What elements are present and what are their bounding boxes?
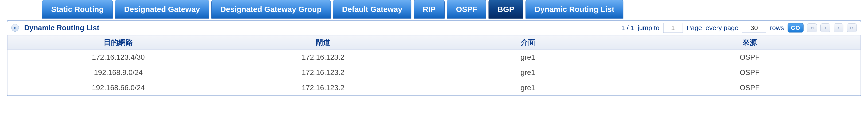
- panel-title: Dynamic Routing List: [24, 24, 99, 32]
- cell-dest: 192.168.9.0/24: [7, 65, 229, 80]
- routing-panel: Dynamic Routing List 1 / 1 jump to Page …: [7, 20, 861, 96]
- pager: 1 / 1 jump to Page every page rows GO: [621, 23, 857, 33]
- every-page-label: every page: [706, 24, 738, 32]
- go-button[interactable]: GO: [787, 23, 804, 33]
- svg-marker-0: [14, 27, 16, 29]
- cell-iface: gre1: [417, 65, 639, 80]
- tab-bar: Static RoutingDesignated GatewayDesignat…: [42, 0, 868, 18]
- cell-iface: gre1: [417, 80, 639, 95]
- cell-gateway: 172.16.123.2: [229, 80, 417, 95]
- tab-dynamic-routing-list[interactable]: Dynamic Routing List: [526, 0, 623, 18]
- next-page-button[interactable]: [834, 24, 843, 32]
- tab-designated-gateway-group[interactable]: Designated Gateway Group: [211, 0, 331, 18]
- tab-static-routing[interactable]: Static Routing: [42, 0, 113, 18]
- svg-marker-2: [812, 27, 813, 29]
- svg-marker-4: [838, 27, 839, 29]
- cell-gateway: 172.16.123.2: [229, 50, 417, 65]
- routing-table: 目的網路 閘道 介面 來源 172.16.123.4/30172.16.123.…: [7, 35, 861, 95]
- col-source: 來源: [639, 35, 861, 50]
- rows-label: rows: [770, 24, 784, 32]
- svg-marker-3: [825, 27, 826, 29]
- cell-iface: gre1: [417, 50, 639, 65]
- first-page-button[interactable]: [807, 24, 817, 32]
- tab-default-gateway[interactable]: Default Gateway: [333, 0, 411, 18]
- tab-bgp[interactable]: BGP: [489, 0, 524, 18]
- table-row: 192.168.9.0/24172.16.123.2gre1OSPF: [7, 65, 861, 80]
- page-count: 1 / 1: [621, 24, 634, 32]
- prev-page-button[interactable]: [820, 24, 830, 32]
- tab-rip[interactable]: RIP: [414, 0, 445, 18]
- table-row: 192.168.66.0/24172.16.123.2gre1OSPF: [7, 80, 861, 95]
- col-gateway: 閘道: [229, 35, 417, 50]
- jump-input[interactable]: [663, 23, 683, 33]
- tab-designated-gateway[interactable]: Designated Gateway: [115, 0, 209, 18]
- cell-source: OSPF: [639, 50, 861, 65]
- table-header-row: 目的網路 閘道 介面 來源: [7, 35, 861, 50]
- svg-marker-1: [811, 27, 812, 29]
- jump-label: jump to: [638, 24, 659, 32]
- cell-dest: 172.16.123.4/30: [7, 50, 229, 65]
- panel-header: Dynamic Routing List 1 / 1 jump to Page …: [7, 20, 861, 35]
- table-row: 172.16.123.4/30172.16.123.2gre1OSPF: [7, 50, 861, 65]
- page-label: Page: [687, 24, 702, 32]
- expand-icon[interactable]: [11, 24, 19, 32]
- col-dest: 目的網路: [7, 35, 229, 50]
- rows-input[interactable]: [742, 23, 766, 33]
- last-page-button[interactable]: [847, 24, 857, 32]
- cell-gateway: 172.16.123.2: [229, 65, 417, 80]
- col-iface: 介面: [417, 35, 639, 50]
- cell-dest: 192.168.66.0/24: [7, 80, 229, 95]
- svg-marker-6: [852, 27, 853, 29]
- cell-source: OSPF: [639, 80, 861, 95]
- tab-ospf[interactable]: OSPF: [447, 0, 486, 18]
- cell-source: OSPF: [639, 65, 861, 80]
- svg-marker-5: [850, 27, 851, 29]
